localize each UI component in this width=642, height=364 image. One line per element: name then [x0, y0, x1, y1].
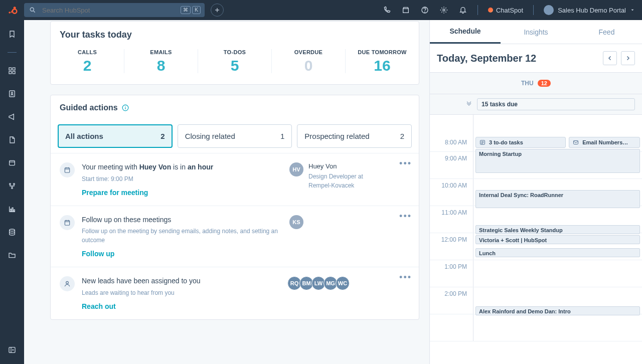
tab-count: 2 — [160, 132, 165, 140]
reachout-link[interactable]: Reach out — [82, 302, 282, 310]
tasks-stats: CALLS 2 EMAILS 8 TO-DOS 5 OVERDUE 0 DUE … — [51, 45, 419, 84]
stat-value: 5 — [231, 58, 239, 73]
event-victoria[interactable]: Victoria + Scott | HubSpot — [475, 235, 640, 244]
topbar-right: ChatSpot Sales Hub Demo Portal — [382, 5, 635, 15]
topbar: ⌘K ChatSpot Sales Hub Demo Portal — [0, 0, 642, 20]
day-badge: 12 — [538, 80, 551, 87]
bookmark-icon[interactable] — [7, 29, 17, 39]
more-actions-button[interactable]: ••• — [399, 158, 412, 169]
event-lunch[interactable]: Lunch — [475, 248, 640, 257]
calendar-grid: 8:00 AM 3 to-do tasks Email Numbers… — [430, 115, 642, 364]
tab-schedule[interactable]: Schedule — [430, 20, 501, 44]
svg-point-20 — [14, 184, 15, 185]
contacts-icon[interactable] — [7, 89, 17, 99]
prepare-link[interactable]: Prepare for meeting — [82, 189, 282, 197]
todo-chip[interactable]: 3 to-do tasks — [475, 137, 566, 148]
svg-point-21 — [12, 188, 13, 189]
stat-value: 2 — [83, 58, 92, 73]
database-icon[interactable] — [7, 227, 17, 237]
schedule-date: Today, September 12 — [437, 53, 536, 64]
svg-rect-31 — [65, 221, 69, 225]
day-label: THU — [521, 80, 534, 87]
stat-label: DUE TOMORROW — [358, 49, 407, 55]
phone-icon[interactable] — [382, 6, 391, 15]
tab-label: Prospecting related — [304, 132, 369, 140]
hubspot-logo-icon[interactable] — [7, 5, 18, 16]
stat-calls[interactable]: CALLS 2 — [51, 49, 124, 73]
event-deal-sync[interactable]: Internal Deal Sync: RoadRunner — [475, 190, 640, 208]
svg-point-32 — [66, 282, 69, 284]
svg-point-10 — [425, 12, 425, 13]
time-label: 2:00 PM — [430, 287, 473, 314]
prev-day-button[interactable] — [603, 51, 617, 65]
stat-due-tomorrow[interactable]: DUE TOMORROW 16 — [345, 49, 419, 73]
schedule-header: Today, September 12 — [430, 44, 642, 72]
document-icon[interactable] — [7, 135, 17, 145]
marketplace-icon[interactable] — [401, 6, 410, 15]
stat-value: 16 — [374, 58, 390, 73]
guided-item-sub: Follow up on the meeting by sending emai… — [82, 227, 282, 245]
tab-insights[interactable]: Insights — [501, 20, 571, 44]
portal-label: Sales Hub Demo Portal — [558, 7, 626, 14]
svg-rect-26 — [9, 347, 15, 353]
expand-sidebar-icon[interactable] — [7, 345, 17, 355]
right-panel: Schedule Insights Feed Today, September … — [429, 20, 642, 364]
search-input[interactable] — [41, 6, 177, 15]
avatar[interactable]: HV — [289, 162, 303, 176]
portal-switcher[interactable]: Sales Hub Demo Portal — [544, 5, 635, 15]
time-label: 1:00 PM — [430, 260, 473, 287]
tab-count: 1 — [280, 132, 284, 140]
time-label: 12:00 PM — [430, 233, 473, 260]
svg-point-11 — [443, 9, 445, 11]
svg-rect-30 — [65, 168, 69, 172]
tab-prospecting[interactable]: Prospecting related 2 — [297, 124, 412, 148]
guided-item-title: New leads have been assigned to you — [82, 276, 282, 286]
separator — [8, 52, 17, 53]
next-day-button[interactable] — [621, 51, 635, 65]
more-actions-button[interactable]: ••• — [399, 272, 412, 283]
settings-icon[interactable] — [439, 6, 448, 15]
email-chip[interactable]: Email Numbers… — [569, 137, 640, 148]
tasks-today-card: Your tasks today CALLS 2 EMAILS 8 TO-DOS… — [50, 21, 419, 85]
tab-feed[interactable]: Feed — [571, 20, 642, 44]
megaphone-icon[interactable] — [7, 112, 17, 122]
stat-todos[interactable]: TO-DOS 5 — [198, 49, 271, 73]
mail-icon — [572, 139, 579, 146]
followup-link[interactable]: Follow up — [82, 250, 282, 258]
add-button[interactable] — [211, 4, 224, 17]
chevron-down-icon — [465, 100, 473, 108]
stat-label: OVERDUE — [294, 49, 323, 55]
tasks-due-pill[interactable]: 15 tasks due — [477, 98, 635, 110]
svg-point-17 — [11, 92, 13, 94]
time-label — [430, 314, 473, 341]
avatar-stack[interactable]: RQ BM LW MG WC — [289, 276, 350, 290]
global-search[interactable]: ⌘K — [24, 3, 205, 17]
chart-icon[interactable] — [7, 204, 17, 214]
event-morning-startup[interactable]: Morning Startup — [475, 149, 640, 173]
guided-item-title: Follow up on these meetings — [82, 215, 282, 225]
stat-emails[interactable]: EMAILS 8 — [124, 49, 198, 73]
tasks-due-row[interactable]: 15 tasks due — [430, 94, 642, 115]
svg-point-19 — [10, 184, 11, 185]
guided-item-meeting: Your meeting with Huey Von is in an hour… — [51, 153, 419, 206]
info-icon[interactable] — [122, 104, 129, 111]
person-icon — [60, 276, 75, 291]
stat-overdue[interactable]: OVERDUE 0 — [271, 49, 345, 73]
chatspot-link[interactable]: ChatSpot — [488, 7, 523, 14]
ticket-icon[interactable] — [7, 158, 17, 168]
tab-all-actions[interactable]: All actions 2 — [58, 124, 173, 148]
workflow-icon[interactable] — [7, 181, 17, 191]
calendar-icon — [60, 215, 75, 230]
help-icon[interactable] — [420, 6, 429, 15]
guided-item-sub: Leads are waiting to hear from you — [82, 288, 282, 297]
grid-icon[interactable] — [7, 66, 17, 76]
more-actions-button[interactable]: ••• — [399, 211, 412, 222]
stat-label: EMAILS — [150, 49, 172, 55]
avatar: WC — [336, 276, 350, 290]
folder-icon[interactable] — [7, 250, 17, 260]
guided-list: Your meeting with Huey Von is in an hour… — [51, 153, 419, 319]
avatar[interactable]: KS — [289, 215, 303, 229]
svg-point-25 — [10, 229, 15, 231]
bell-icon[interactable] — [458, 6, 467, 15]
tab-closing[interactable]: Closing related 1 — [178, 124, 292, 148]
